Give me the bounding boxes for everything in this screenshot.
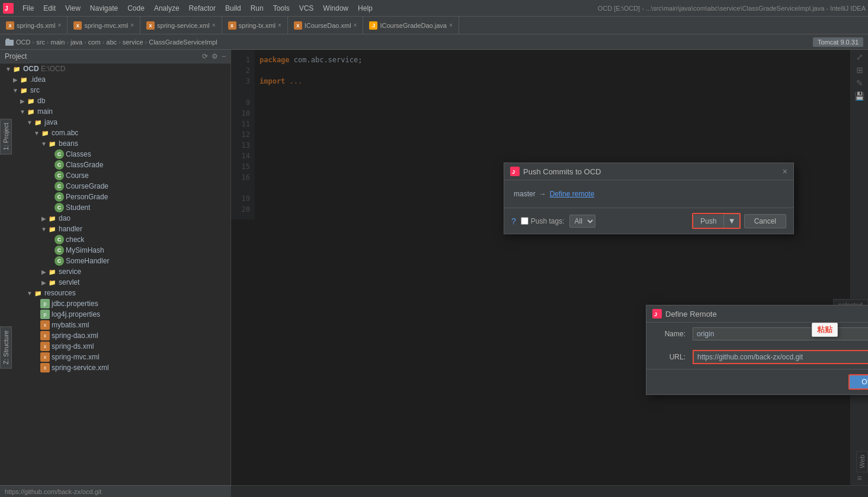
tree-spring-dao-xml[interactable]: x spring-dao.xml xyxy=(0,330,230,341)
tree-log4j-props[interactable]: p log4j.properties xyxy=(0,309,230,320)
main-layout: Project ⟳ ⚙ − ▼ 📁 OCD E:\OCD ▶ 📁 .idea xyxy=(0,50,868,497)
url-input[interactable] xyxy=(693,350,868,364)
dialog-title-text: Push Commits to OCD xyxy=(523,167,779,176)
folder-icon: 📁 xyxy=(40,128,50,138)
tree-service[interactable]: ▶ 📁 service xyxy=(0,266,230,277)
tree-persongrade[interactable]: C PersonGrade xyxy=(0,192,230,202)
push-tags-checkbox[interactable] xyxy=(521,217,529,225)
tree-mybatis-xml[interactable]: x mybatis.xml xyxy=(0,320,230,330)
close-tab-icon[interactable]: × xyxy=(354,22,357,28)
menu-help[interactable]: Help xyxy=(353,3,377,14)
bc-src[interactable]: src xyxy=(36,39,45,46)
tree-root-ocd[interactable]: ▼ 📁 OCD E:\OCD xyxy=(0,63,230,74)
folder-icon: 📁 xyxy=(47,224,57,234)
menu-refactor[interactable]: Refactor xyxy=(184,3,220,14)
app-icon: J xyxy=(2,2,14,14)
tree-coursegrade[interactable]: C CourseGrade xyxy=(0,181,230,192)
tab-spring-tx[interactable]: x spring-tx.xml × xyxy=(222,17,288,34)
tree-arrow: ▼ xyxy=(40,226,47,232)
tree-resources[interactable]: ▼ 📁 resources xyxy=(0,288,230,298)
menu-edit[interactable]: Edit xyxy=(39,3,60,14)
menu-window[interactable]: Window xyxy=(318,3,353,14)
tree-java[interactable]: ▼ 📁 java xyxy=(0,117,230,128)
close-tab-icon[interactable]: × xyxy=(278,22,281,28)
tree-jdbc-props[interactable]: p jdbc.properties xyxy=(0,298,230,309)
tomcat-indicator[interactable]: Tomcat 9.0.31 xyxy=(813,37,863,47)
menu-tools[interactable]: Tools xyxy=(268,3,294,14)
tree-servlet[interactable]: ▶ 📁 servlet xyxy=(0,277,230,288)
tab-icourse-dao[interactable]: x ICourseDao.xml × xyxy=(288,17,364,34)
intellij-dialog-icon2: J xyxy=(652,309,662,318)
tree-label: OCD E:\OCD xyxy=(23,65,65,73)
close-tab-icon[interactable]: × xyxy=(212,22,216,28)
minimize-icon[interactable]: − xyxy=(222,52,226,60)
bc-abc[interactable]: abc xyxy=(106,39,117,46)
push-dropdown-arrow[interactable]: ▼ xyxy=(723,214,739,228)
tab-spring-ds[interactable]: x spring-ds.xml × xyxy=(0,17,68,34)
class-icon: C xyxy=(55,171,64,180)
structure-side-label[interactable]: Z: Structure xyxy=(0,326,12,368)
tree-student[interactable]: C Student xyxy=(0,202,230,213)
bc-ocd[interactable]: OCD xyxy=(16,39,30,46)
tab-spring-service[interactable]: x spring-service.xml × xyxy=(140,17,222,34)
tree-classgrade[interactable]: C ClassGrade xyxy=(0,160,230,170)
push-tags-checkbox-label[interactable]: Push tags: xyxy=(521,217,565,225)
tab-icoursegrade-dao[interactable]: J ICourseGradeDao.java × xyxy=(363,17,459,34)
tree-label: com.abc xyxy=(52,129,78,137)
sync-icon[interactable]: ⟳ xyxy=(202,52,208,60)
tree-spring-mvc-xml[interactable]: x spring-mvc.xml xyxy=(0,352,230,362)
define-remote-link[interactable]: Define remote xyxy=(550,190,594,198)
class-icon: C xyxy=(55,181,64,191)
bc-com[interactable]: com xyxy=(88,39,101,46)
menu-analyze[interactable]: Analyze xyxy=(149,3,184,14)
tree-src[interactable]: ▼ 📁 src xyxy=(0,85,230,95)
tree-main[interactable]: ▼ 📁 main xyxy=(0,106,230,117)
tab-bar: x spring-ds.xml × x spring-mvc.xml × x s… xyxy=(0,17,868,34)
menu-view[interactable]: View xyxy=(60,3,85,14)
tree-spring-ds-xml[interactable]: x spring-ds.xml xyxy=(0,341,230,352)
close-tab-icon[interactable]: × xyxy=(57,22,61,28)
menu-vcs[interactable]: VCS xyxy=(294,3,319,14)
tree-dao[interactable]: ▶ 📁 dao xyxy=(0,213,230,224)
bc-java[interactable]: java xyxy=(71,39,82,46)
menu-code[interactable]: Code xyxy=(123,3,149,14)
tree-label: dao xyxy=(59,214,71,222)
menu-navigate[interactable]: Navigate xyxy=(85,3,123,14)
tree-classes[interactable]: C Classes xyxy=(0,149,230,160)
tree-db[interactable]: ▶ 📁 db xyxy=(0,95,230,106)
bc-classgradeserviceimpl[interactable]: ClassGradeServiceImpl xyxy=(149,39,217,46)
tree-label: main xyxy=(37,107,53,116)
tree-arrow: ▼ xyxy=(12,87,19,94)
define-remote-title-text: Define Remote xyxy=(665,310,868,318)
tree-mysimhash[interactable]: C MySimHash xyxy=(0,245,230,256)
tree-somehandler[interactable]: C SomeHandler xyxy=(0,256,230,266)
close-tab-icon[interactable]: × xyxy=(130,22,134,28)
push-tags-select[interactable]: All xyxy=(569,215,595,228)
java-icon: J xyxy=(369,21,377,30)
project-side-label[interactable]: 1: Project xyxy=(0,119,12,154)
tree-idea[interactable]: ▶ 📁 .idea xyxy=(0,74,230,85)
define-remote-ok-button[interactable]: OK xyxy=(848,374,868,390)
tab-spring-mvc[interactable]: x spring-mvc.xml × xyxy=(68,17,140,34)
tree-handler[interactable]: ▼ 📁 handler xyxy=(0,224,230,234)
push-button[interactable]: Push xyxy=(693,215,723,228)
tree-label: beans xyxy=(59,139,78,148)
menu-build[interactable]: Build xyxy=(220,3,246,14)
tab-label: spring-tx.xml xyxy=(239,22,276,29)
tree-comabc[interactable]: ▼ 📁 com.abc xyxy=(0,128,230,138)
tree-beans[interactable]: ▼ 📁 beans xyxy=(0,138,230,149)
tree-check[interactable]: C check xyxy=(0,234,230,245)
help-icon[interactable]: ? xyxy=(511,216,516,226)
properties-icon: p xyxy=(40,299,50,308)
tree-course[interactable]: C Course xyxy=(0,170,230,181)
tree-spring-service-xml[interactable]: x spring-service.xml xyxy=(0,362,230,373)
settings-icon[interactable]: ⚙ xyxy=(212,52,218,60)
bc-main[interactable]: main xyxy=(50,39,65,46)
menu-file[interactable]: File xyxy=(18,3,39,14)
push-cancel-button[interactable]: Cancel xyxy=(744,214,786,228)
close-tab-icon[interactable]: × xyxy=(449,22,453,28)
menu-run[interactable]: Run xyxy=(246,3,268,14)
name-input[interactable] xyxy=(693,327,868,340)
bc-service[interactable]: service xyxy=(123,39,143,46)
dialog-close-button[interactable]: × xyxy=(783,167,787,176)
